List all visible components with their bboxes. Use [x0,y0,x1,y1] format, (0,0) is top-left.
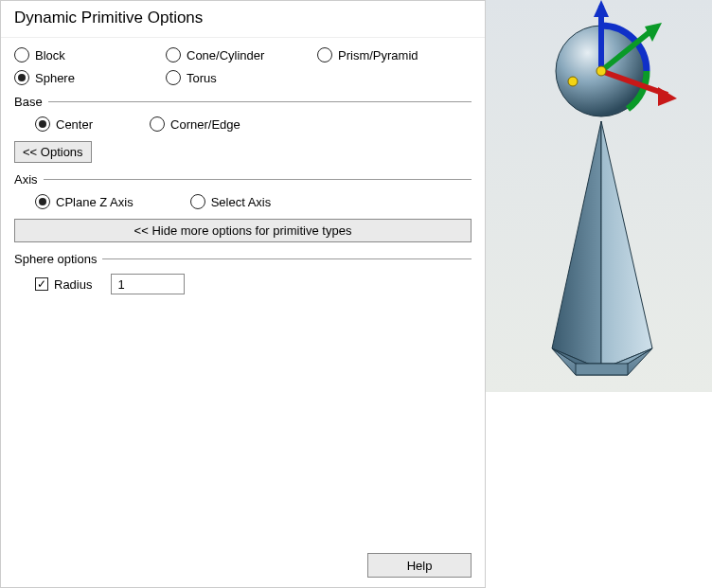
radio-label: Torus [187,71,217,85]
radio-label: Corner/Edge [170,117,240,132]
radio-label: Select Axis [211,195,272,209]
svg-marker-12 [658,87,677,106]
radio-cone-cylinder[interactable]: Cone/Cylinder [166,47,317,62]
divider [102,258,472,259]
options-panel: Dynamic Primitive Options Block Cone/Cyl… [0,0,486,588]
checkbox-radius[interactable]: Radius [35,277,92,292]
radio-icon [14,47,29,62]
base-legend: Base [14,95,43,109]
sphere-options-fieldset: Sphere options Radius [14,252,472,294]
radio-block[interactable]: Block [14,47,166,62]
radio-torus[interactable]: Torus [166,70,317,85]
radio-label: Block [35,48,65,62]
hide-more-options-button[interactable]: << Hide more options for primitive types [14,219,472,242]
svg-point-14 [568,77,578,86]
svg-marker-0 [552,121,601,369]
viewport-scene-icon [486,0,712,392]
radio-icon [14,70,29,85]
checkbox-icon [35,277,48,291]
radio-icon [35,194,50,209]
axis-fieldset: Axis CPlane Z Axis Select Axis [14,172,472,209]
radio-sphere[interactable]: Sphere [14,70,166,85]
radio-prism-pyramid[interactable]: Prism/Pyramid [317,47,472,62]
svg-marker-1 [601,121,652,369]
svg-marker-5 [576,364,628,375]
radio-label: Sphere [35,71,75,85]
svg-marker-8 [594,0,609,17]
panel-content: Block Cone/Cylinder Prism/Pyramid Sphere… [1,38,485,294]
panel-title: Dynamic Primitive Options [1,1,485,38]
divider [48,101,472,102]
axis-legend: Axis [14,172,38,187]
radio-base-corner-edge[interactable]: Corner/Edge [150,116,240,132]
radio-label: CPlane Z Axis [56,195,134,209]
radio-icon [166,70,181,85]
base-fieldset: Base Center Corner/Edge [14,95,472,132]
radio-base-center[interactable]: Center [35,116,93,132]
divider [44,179,472,180]
radio-icon [150,116,165,132]
radio-axis-select[interactable]: Select Axis [190,194,272,209]
viewport-3d[interactable] [486,0,712,392]
radio-label: Cone/Cylinder [187,48,264,62]
radio-icon [317,47,332,62]
radio-label: Prism/Pyramid [338,48,418,62]
options-toggle-button[interactable]: << Options [14,141,92,163]
radio-label: Center [56,117,93,132]
help-button[interactable]: Help [367,553,472,578]
radio-icon [190,194,205,209]
radio-axis-cplane-z[interactable]: CPlane Z Axis [35,194,134,209]
svg-point-13 [596,66,606,76]
primitive-type-group: Block Cone/Cylinder Prism/Pyramid Sphere… [14,47,472,85]
radio-icon [35,116,50,132]
radio-icon [166,47,181,62]
radius-input[interactable] [111,274,185,294]
panel-footer: Help [367,553,472,578]
sphere-options-legend: Sphere options [14,252,97,266]
checkbox-label: Radius [54,277,92,292]
